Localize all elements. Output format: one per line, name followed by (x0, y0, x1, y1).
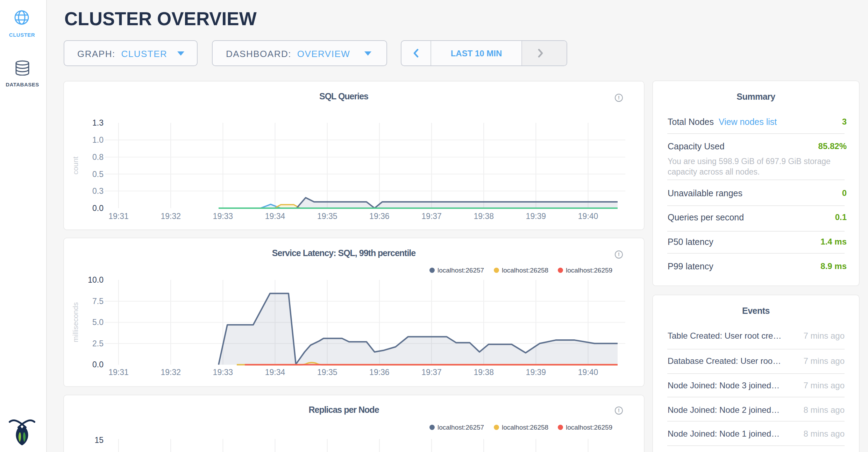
svg-text:0.3: 0.3 (92, 186, 104, 196)
svg-text:19:36: 19:36 (369, 368, 390, 377)
svg-text:19:33: 19:33 (213, 368, 233, 377)
svg-text:19:33: 19:33 (213, 212, 233, 221)
svg-text:19:40: 19:40 (578, 368, 598, 377)
svg-text:count: count (71, 156, 79, 175)
svg-text:19:35: 19:35 (317, 368, 337, 377)
svg-text:19:34: 19:34 (265, 212, 285, 221)
svg-text:0.0: 0.0 (92, 360, 104, 369)
svg-text:19:32: 19:32 (161, 368, 181, 377)
svg-text:19:37: 19:37 (421, 368, 442, 377)
svg-text:10.0: 10.0 (88, 275, 104, 284)
svg-text:19:37: 19:37 (421, 212, 442, 221)
svg-text:19:39: 19:39 (526, 368, 546, 377)
svg-text:19:32: 19:32 (161, 212, 181, 221)
svg-text:19:34: 19:34 (265, 368, 285, 377)
svg-text:0.8: 0.8 (92, 153, 104, 162)
svg-text:19:31: 19:31 (108, 368, 129, 377)
svg-text:1.0: 1.0 (92, 135, 104, 144)
svg-text:2.5: 2.5 (92, 339, 104, 348)
svg-text:19:36: 19:36 (369, 212, 390, 221)
svg-text:19:39: 19:39 (526, 212, 546, 221)
svg-text:1.3: 1.3 (92, 118, 104, 127)
svg-text:19:38: 19:38 (474, 212, 494, 221)
svg-text:19:40: 19:40 (578, 212, 598, 221)
svg-text:5.0: 5.0 (92, 318, 104, 327)
svg-text:19:38: 19:38 (474, 368, 494, 377)
svg-text:0.5: 0.5 (92, 170, 104, 179)
svg-text:0.0: 0.0 (92, 204, 104, 213)
svg-text:15: 15 (94, 436, 104, 445)
svg-text:7.5: 7.5 (92, 297, 104, 306)
svg-text:19:31: 19:31 (108, 212, 129, 221)
svg-text:19:35: 19:35 (317, 212, 337, 221)
svg-text:milliseconds: milliseconds (71, 302, 79, 342)
